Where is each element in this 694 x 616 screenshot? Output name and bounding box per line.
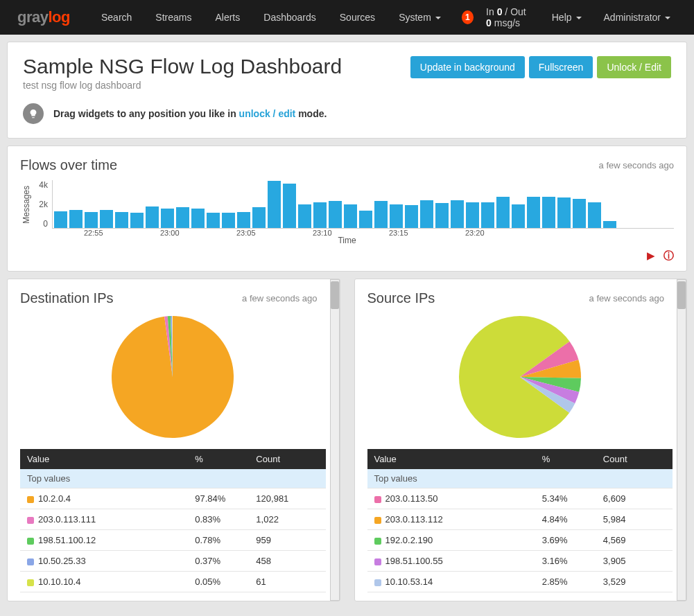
brand-logo[interactable]: graylog [17, 8, 70, 26]
bar [390, 204, 403, 228]
bar [222, 213, 235, 228]
table-row: 10.10.53.142.85%3,529 [367, 572, 673, 592]
x-axis-label: Time [20, 236, 674, 245]
bar [420, 200, 433, 228]
bar [298, 204, 311, 228]
color-swatch [374, 538, 381, 545]
pie-chart [110, 315, 235, 439]
bar [54, 211, 67, 228]
page-subtitle: test nsg flow log dashboard [23, 80, 671, 91]
bar [527, 197, 540, 228]
bar [359, 211, 372, 228]
bar-chart [52, 180, 674, 229]
lightbulb-icon [23, 103, 44, 124]
nav-streams[interactable]: Streams [146, 0, 201, 35]
nav-search[interactable]: Search [92, 0, 141, 35]
y-axis-label: Messages [20, 186, 33, 224]
widget-age: a few seconds ago [599, 160, 674, 170]
table-row: 10.10.10.40.05%61 [20, 572, 326, 592]
table-subhead: Top values [367, 469, 673, 489]
y-axis-ticks: 4k 2k 0 [33, 180, 52, 229]
scroll-thumb[interactable] [331, 281, 339, 309]
color-swatch [27, 496, 34, 503]
bar [313, 202, 327, 228]
bar [146, 206, 159, 228]
hint-post: mode. [295, 108, 327, 119]
table-row: 203.0.113.505.34%6,609 [367, 489, 673, 509]
fullscreen-button[interactable]: Fullscreen [529, 56, 593, 78]
notification-badge[interactable]: 1 [462, 10, 474, 24]
col-value: Value [20, 449, 188, 469]
tp-mid: / Out [502, 6, 526, 17]
bar [466, 202, 479, 228]
update-background-button[interactable]: Update in background [410, 56, 525, 78]
brand-gray: gray [17, 8, 48, 26]
tp-out: 0 [486, 17, 492, 28]
brand-log: log [48, 8, 70, 26]
col-value: Value [367, 449, 535, 469]
widget-age: a few seconds ago [589, 293, 664, 303]
play-icon[interactable]: ▶ [647, 249, 655, 263]
color-swatch [374, 496, 381, 503]
color-swatch [374, 517, 381, 524]
nav-system[interactable]: System [389, 0, 451, 35]
tp-suf: msg/s [492, 17, 520, 28]
table-row: 198.51.100.120.78%959 [20, 530, 326, 551]
bar [435, 203, 449, 228]
widget-flows-over-time: Flows over time a few seconds ago Messag… [7, 146, 687, 272]
tp-pre: In [486, 6, 497, 17]
unlock-edit-link[interactable]: unlock / edit [239, 108, 296, 119]
bar [481, 202, 494, 228]
bar [100, 210, 113, 228]
data-table: Value % Count Top values 10.2.0.497.84%1… [20, 449, 326, 592]
dashboard-header: Sample NSG Flow Log Dashboard test nsg f… [7, 42, 687, 139]
bar [191, 209, 205, 228]
widget-destination-ips: Destination IPs a few seconds ago Value … [7, 279, 340, 601]
color-swatch [27, 517, 34, 524]
color-swatch [27, 579, 34, 586]
nav-admin[interactable]: Administrator [594, 0, 680, 35]
unlock-edit-button[interactable]: Unlock / Edit [597, 56, 671, 78]
bar [85, 212, 98, 228]
table-subhead: Top values [20, 469, 326, 489]
bar [207, 213, 220, 228]
table-row: 10.2.0.497.84%120,981 [20, 489, 326, 509]
bar [268, 181, 281, 228]
scroll-thumb[interactable] [677, 281, 686, 309]
color-swatch [27, 558, 34, 565]
widget-title: Flows over time [20, 157, 674, 173]
data-table: Value % Count Top values 203.0.113.505.3… [367, 449, 673, 592]
nav-help[interactable]: Help [542, 0, 591, 35]
col-count: Count [249, 449, 325, 469]
bar [252, 207, 266, 228]
widget-age: a few seconds ago [242, 293, 317, 303]
col-count: Count [596, 449, 673, 469]
bar [573, 199, 586, 228]
bar [69, 210, 83, 228]
scrollbar[interactable]: ▲ [677, 279, 686, 601]
navbar: graylog Search Streams Alerts Dashboards… [0, 0, 694, 35]
nav-dashboards[interactable]: Dashboards [254, 0, 326, 35]
bar [161, 209, 174, 228]
col-pct: % [535, 449, 596, 469]
bar [283, 184, 296, 228]
bar [451, 200, 464, 228]
color-swatch [374, 558, 381, 565]
bar [512, 204, 525, 228]
bar [588, 202, 601, 228]
hint-text: Drag widgets to any position you like in… [53, 108, 327, 119]
nav-alerts[interactable]: Alerts [205, 0, 250, 35]
bar [557, 197, 571, 228]
scrollbar[interactable]: ▲ [330, 279, 340, 601]
bar [542, 197, 555, 228]
bar [405, 205, 418, 228]
table-row: 198.51.100.553.16%3,905 [367, 551, 673, 572]
nav-sources[interactable]: Sources [330, 0, 385, 35]
bar [115, 212, 128, 228]
pie-chart [458, 315, 582, 439]
info-icon[interactable]: ⓘ [663, 249, 674, 263]
hint-pre: Drag widgets to any position you like in [53, 108, 239, 119]
table-row: 203.0.113.1110.83%1,022 [20, 509, 326, 530]
table-row: 192.0.2.1903.69%4,569 [367, 530, 673, 551]
widget-source-ips: Source IPs a few seconds ago Value % Cou… [354, 279, 688, 601]
